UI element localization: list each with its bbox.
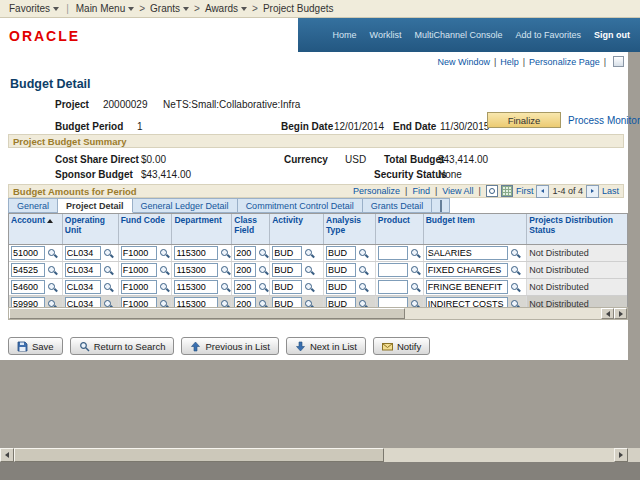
previous-rows-button[interactable] [536,185,549,198]
analysis-type-input[interactable] [326,263,356,277]
window-horizontal-scrollbar[interactable] [0,448,628,462]
tab-commitment-control-detail[interactable]: Commitment Control Detail [238,198,363,213]
scroll-right-button[interactable] [614,448,628,462]
lookup-icon[interactable] [159,248,170,259]
lookup-icon[interactable] [510,248,521,259]
product-input[interactable] [378,263,408,277]
scrollbar-thumb[interactable] [14,448,384,462]
header-link-home[interactable]: Home [333,30,357,40]
show-all-columns-tab[interactable] [432,198,450,213]
personalize-link[interactable]: Personalize [353,186,400,196]
tab-general-ledger-detail[interactable]: General Ledger Detail [133,198,238,213]
lookup-icon[interactable] [410,248,421,259]
class-field-input[interactable] [234,263,256,277]
column-header-activity[interactable]: Activity [270,214,324,244]
column-header-account[interactable]: Account [9,214,63,244]
breadcrumb-item-main-menu[interactable]: Main Menu [76,3,134,14]
lookup-icon[interactable] [358,282,369,293]
breadcrumb-item-favorites[interactable]: Favorites [9,3,59,14]
fund-code-input[interactable] [121,246,157,260]
return-to-search-button[interactable]: Return to Search [70,337,175,355]
column-header-operating-unit[interactable]: Operating Unit [63,214,119,244]
activity-input[interactable] [272,263,302,277]
tab-general[interactable]: General [8,198,58,213]
operating-unit-input[interactable] [65,246,101,260]
operating-unit-input[interactable] [65,263,101,277]
column-header-budget-item[interactable]: Budget Item [424,214,528,244]
lookup-icon[interactable] [510,282,521,293]
zoom-grid-icon[interactable] [486,185,498,197]
column-header-analysis-type[interactable]: Analysis Type [324,214,376,244]
department-input[interactable] [174,263,218,277]
lookup-icon[interactable] [304,248,315,259]
breadcrumb-item-awards[interactable]: Awards [205,3,247,14]
account-input[interactable] [11,246,45,260]
lookup-icon[interactable] [103,248,114,259]
tab-project-detail[interactable]: Project Detail [58,198,133,213]
fund-code-input[interactable] [121,280,157,294]
lookup-icon[interactable] [358,265,369,276]
activity-input[interactable] [272,246,302,260]
lookup-icon[interactable] [159,265,170,276]
notify-button[interactable]: Notify [373,337,430,355]
process-monitor-link[interactable]: Process Monitor [568,115,640,126]
column-header-fund-code[interactable]: Fund Code [119,214,173,244]
lookup-icon[interactable] [47,282,58,293]
operating-unit-input[interactable] [65,280,101,294]
product-input[interactable] [378,280,408,294]
lookup-icon[interactable] [258,265,269,276]
lookup-icon[interactable] [220,265,231,276]
next-in-list-button[interactable]: Next in List [286,337,366,355]
budget-item-input[interactable] [426,246,508,260]
lookup-icon[interactable] [510,265,521,276]
new-window-link[interactable]: New Window [437,57,490,67]
lookup-icon[interactable] [103,282,114,293]
lookup-icon[interactable] [358,248,369,259]
column-header-department[interactable]: Department [172,214,232,244]
breadcrumb-item-grants[interactable]: Grants [150,3,189,14]
tab-grants-detail[interactable]: Grants Detail [363,198,433,213]
scroll-left-button[interactable] [0,448,14,462]
find-link[interactable]: Find [412,186,430,196]
scroll-right-button[interactable] [614,308,627,319]
lookup-icon[interactable] [304,265,315,276]
header-link-worklist[interactable]: Worklist [370,30,402,40]
class-field-input[interactable] [234,246,256,260]
column-header-class-field[interactable]: Class Field [232,214,270,244]
help-link[interactable]: Help [500,57,519,67]
lookup-icon[interactable] [220,282,231,293]
budget-item-input[interactable] [426,263,508,277]
activity-input[interactable] [272,280,302,294]
lookup-icon[interactable] [159,282,170,293]
finalize-button[interactable]: Finalize [487,112,561,128]
scrollbar-thumb[interactable] [9,308,405,319]
department-input[interactable] [174,280,218,294]
next-rows-button[interactable] [586,185,599,198]
analysis-type-input[interactable] [326,280,356,294]
header-link-add-to-favorites[interactable]: Add to Favorites [515,30,581,40]
first-page-link[interactable]: First [516,186,534,196]
account-input[interactable] [11,280,45,294]
last-page-link[interactable]: Last [602,186,619,196]
lookup-icon[interactable] [47,248,58,259]
previous-in-list-button[interactable]: Previous in List [181,337,278,355]
lookup-icon[interactable] [304,282,315,293]
class-field-input[interactable] [234,280,256,294]
lookup-icon[interactable] [258,282,269,293]
lookup-icon[interactable] [220,248,231,259]
analysis-type-input[interactable] [326,246,356,260]
grid-horizontal-scrollbar[interactable] [8,307,628,320]
scroll-left-button[interactable] [601,308,614,319]
lookup-icon[interactable] [258,248,269,259]
lookup-icon[interactable] [103,265,114,276]
lookup-icon[interactable] [47,265,58,276]
fund-code-input[interactable] [121,263,157,277]
budget-item-input[interactable] [426,280,508,294]
column-header-product[interactable]: Product [376,214,424,244]
lookup-icon[interactable] [410,282,421,293]
copy-url-icon[interactable] [613,56,624,67]
view-all-link[interactable]: View All [442,186,473,196]
save-button[interactable]: Save [8,337,63,355]
header-link-multichannel-console[interactable]: MultiChannel Console [414,30,502,40]
product-input[interactable] [378,246,408,260]
